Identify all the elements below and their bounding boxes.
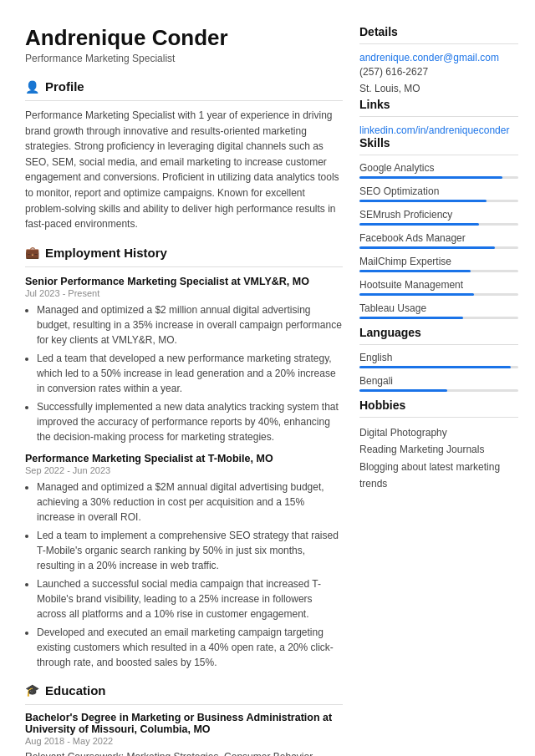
- candidate-name: Andrenique Conder: [25, 25, 343, 51]
- edu-entry-1: Bachelor's Degree in Marketing or Busine…: [25, 712, 343, 756]
- job-1-title: Senior Performance Marketing Specialist …: [25, 276, 343, 287]
- skill-6-name: Hootsuite Management: [359, 279, 518, 291]
- employment-header: 💼 Employment History: [25, 246, 343, 260]
- skill-4: Facebook Ads Manager: [359, 232, 518, 249]
- skill-7-bar-bg: [359, 317, 518, 319]
- profile-icon: 👤: [25, 80, 39, 94]
- lang-1: English: [359, 352, 518, 368]
- languages-label: Languages: [359, 326, 518, 339]
- employment-section: 💼 Employment History Senior Performance …: [25, 246, 343, 670]
- education-icon: 🎓: [25, 683, 39, 697]
- lang-2: Bengali: [359, 375, 518, 392]
- job-2-bullet-1: Managed and optimized a $2M annual digit…: [37, 479, 343, 525]
- skill-1-bar-fill: [359, 176, 502, 179]
- skill-5: MailChimp Expertise: [359, 256, 518, 272]
- languages-section: Languages English Bengali: [359, 326, 518, 392]
- skill-4-bar-fill: [359, 246, 495, 249]
- links-divider: [359, 116, 518, 117]
- skills-divider: [359, 155, 518, 155]
- skill-4-name: Facebook Ads Manager: [359, 232, 518, 244]
- profile-text: Performance Marketing Specialist with 1 …: [25, 108, 343, 232]
- skill-2-name: SEO Optimization: [359, 185, 518, 197]
- details-section: Details andrenique.conder@gmail.com (257…: [359, 25, 518, 98]
- profile-divider: [25, 100, 343, 101]
- edu-1-title: Bachelor's Degree in Marketing or Busine…: [25, 712, 343, 735]
- edu-1-date: Aug 2018 - May 2022: [25, 736, 343, 746]
- details-location: St. Louis, MO: [359, 80, 518, 97]
- hobby-1: Digital Photography: [359, 424, 518, 441]
- skill-2-bar-fill: [359, 200, 487, 202]
- links-linkedin[interactable]: linkedin.com/in/andreniqueconder: [359, 124, 509, 136]
- skill-3: SEMrush Proficiency: [359, 209, 518, 226]
- skill-4-bar-bg: [359, 246, 518, 249]
- skills-label: Skills: [359, 136, 518, 150]
- skills-section: Skills Google Analytics SEO Optimization…: [359, 136, 518, 319]
- employment-label: Employment History: [45, 246, 167, 260]
- lang-1-name: English: [359, 352, 518, 363]
- hobbies-divider: [359, 417, 518, 418]
- skill-2: SEO Optimization: [359, 185, 518, 202]
- resume-header: Andrenique Conder Performance Marketing …: [25, 25, 343, 64]
- details-phone: (257) 616-2627: [359, 63, 518, 80]
- hobby-3: Blogging about latest marketing trends: [359, 459, 518, 493]
- skill-1: Google Analytics: [359, 162, 518, 179]
- job-2-title: Performance Marketing Specialist at T-Mo…: [25, 453, 343, 464]
- job-1-bullet-2: Led a team that developed a new performa…: [37, 351, 343, 396]
- education-header: 🎓 Education: [25, 683, 343, 698]
- employment-divider: [25, 266, 343, 267]
- job-2-bullet-2: Led a team to implement a comprehensive …: [37, 528, 343, 573]
- candidate-title: Performance Marketing Specialist: [25, 53, 343, 64]
- skill-1-bar-bg: [359, 176, 518, 179]
- skill-6-bar-bg: [359, 293, 518, 296]
- details-divider: [359, 43, 518, 44]
- job-2-bullet-4: Developed and executed an email marketin…: [37, 625, 343, 670]
- education-label: Education: [45, 683, 106, 698]
- skill-7: Tableau Usage: [359, 302, 518, 319]
- job-1-date: Jul 2023 - Present: [25, 288, 343, 298]
- skill-3-name: SEMrush Proficiency: [359, 209, 518, 221]
- education-section: 🎓 Education Bachelor's Degree in Marketi…: [25, 683, 343, 756]
- skill-3-bar-bg: [359, 223, 518, 226]
- lang-1-bar-bg: [359, 366, 518, 368]
- links-section: Links linkedin.com/in/andreniqueconder: [359, 98, 518, 136]
- skill-5-bar-fill: [359, 270, 471, 272]
- job-1-bullet-3: Successfully implemented a new data anal…: [37, 399, 343, 444]
- hobbies-section: Hobbies Digital Photography Reading Mark…: [359, 398, 518, 493]
- employment-icon: 💼: [25, 246, 39, 259]
- job-2-bullet-3: Launched a successful social media campa…: [37, 576, 343, 622]
- edu-1-text: Relevant Coursework: Marketing Strategie…: [25, 749, 343, 756]
- education-divider: [25, 704, 343, 705]
- skill-6: Hootsuite Management: [359, 279, 518, 296]
- skill-1-name: Google Analytics: [359, 162, 518, 174]
- left-column: Andrenique Conder Performance Marketing …: [25, 25, 343, 756]
- lang-1-bar-fill: [359, 366, 511, 368]
- skill-7-bar-fill: [359, 317, 463, 319]
- details-label: Details: [359, 25, 518, 38]
- skill-2-bar-bg: [359, 200, 518, 202]
- job-2: Performance Marketing Specialist at T-Mo…: [25, 453, 343, 670]
- lang-2-bar-fill: [359, 389, 447, 392]
- hobbies-label: Hobbies: [359, 398, 518, 412]
- links-label: Links: [359, 98, 518, 111]
- job-1-bullets: Managed and optimized a $2 million annua…: [25, 302, 343, 444]
- skill-6-bar-fill: [359, 293, 474, 296]
- details-email[interactable]: andrenique.conder@gmail.com: [359, 52, 499, 63]
- hobby-2: Reading Marketing Journals: [359, 441, 518, 458]
- profile-section: 👤 Profile Performance Marketing Speciali…: [25, 79, 343, 232]
- languages-divider: [359, 344, 518, 345]
- job-1: Senior Performance Marketing Specialist …: [25, 276, 343, 444]
- job-1-bullet-1: Managed and optimized a $2 million annua…: [37, 302, 343, 348]
- lang-2-name: Bengali: [359, 375, 518, 387]
- job-2-date: Sep 2022 - Jun 2023: [25, 465, 343, 475]
- lang-2-bar-bg: [359, 389, 518, 392]
- profile-label: Profile: [45, 79, 84, 94]
- job-2-bullets: Managed and optimized a $2M annual digit…: [25, 479, 343, 670]
- skill-3-bar-fill: [359, 223, 479, 226]
- skill-7-name: Tableau Usage: [359, 302, 518, 314]
- profile-header: 👤 Profile: [25, 79, 343, 94]
- skill-5-name: MailChimp Expertise: [359, 256, 518, 267]
- right-column: Details andrenique.conder@gmail.com (257…: [359, 25, 518, 756]
- skill-5-bar-bg: [359, 270, 518, 272]
